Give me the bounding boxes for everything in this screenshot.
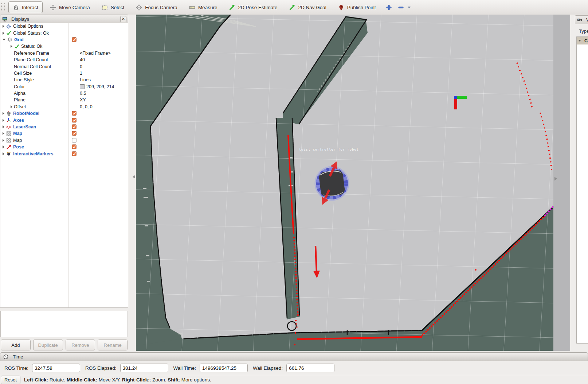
checkbox-checked-icon[interactable] <box>72 118 77 123</box>
expander-icon[interactable] <box>3 146 4 148</box>
display-row-global-status-ok[interactable]: Global Status: Ok <box>0 30 128 36</box>
collapse-right-arrow-icon[interactable] <box>554 177 557 181</box>
expander-icon[interactable] <box>3 119 4 122</box>
right-splitter[interactable] <box>553 15 570 351</box>
checkbox-unchecked-icon[interactable] <box>72 138 77 143</box>
close-icon[interactable]: ✕ <box>120 16 126 22</box>
display-row-value[interactable] <box>70 138 77 143</box>
display-row-value[interactable]: <Fixed Frame> <box>78 51 111 56</box>
display-row-value[interactable] <box>70 124 77 129</box>
display-row-value[interactable] <box>70 144 77 150</box>
display-row-value[interactable]: XY <box>78 97 86 102</box>
display-row-cell-size[interactable]: Cell Size1 <box>0 70 128 77</box>
left-splitter[interactable] <box>128 15 136 351</box>
display-row-map[interactable]: Map <box>0 130 128 137</box>
current-view-row[interactable]: Current View <box>577 37 588 44</box>
tool-measure[interactable]: Measure <box>185 1 222 13</box>
time-panel-header[interactable]: Time <box>0 352 588 361</box>
expander-icon[interactable] <box>3 25 4 28</box>
wall-time-input[interactable]: 1496938547.25 <box>200 364 248 372</box>
add-button[interactable]: Add <box>1 340 31 350</box>
property-value: 209; 209; 214 <box>86 84 114 89</box>
display-row-plane[interactable]: PlaneXY <box>0 97 128 103</box>
wall-elapsed-input[interactable]: 661.76 <box>286 364 334 372</box>
checkbox-checked-icon[interactable] <box>72 37 77 42</box>
expander-icon[interactable] <box>11 105 12 108</box>
tool-2d-pose-estimate[interactable]: 2D Pose Estimate <box>224 1 282 13</box>
displays-tree: Global OptionsGlobal Status: OkGridStatu… <box>0 23 128 308</box>
expander-icon[interactable] <box>3 39 5 40</box>
status-bar: Reset Left-Click: Rotate. Middle-Click: … <box>0 375 588 384</box>
display-row-value[interactable]: 0; 0; 0 <box>78 104 93 109</box>
display-row-robotmodel[interactable]: RobotModel <box>0 110 128 117</box>
display-row-axes[interactable]: Axes <box>0 117 128 123</box>
remove-button[interactable]: Remove <box>66 340 95 350</box>
checkbox-checked-icon[interactable] <box>72 151 77 156</box>
tool-add-tool-plus-icon[interactable] <box>383 1 395 13</box>
tool-move-camera[interactable]: Move Camera <box>46 1 94 13</box>
tool-interact[interactable]: Interact <box>8 1 43 13</box>
ros-time-input[interactable]: 3247.58 <box>32 364 80 372</box>
color-swatch[interactable] <box>80 84 85 89</box>
display-row-value[interactable] <box>70 111 77 116</box>
axes-icon <box>6 117 12 123</box>
checkbox-checked-icon[interactable] <box>72 131 77 136</box>
display-row-grid[interactable]: Grid <box>0 36 128 43</box>
display-row-plane-cell-count[interactable]: Plane Cell Count40 <box>0 57 128 63</box>
reset-button[interactable]: Reset <box>1 376 20 384</box>
wall-time-label: Wall Time: <box>173 365 196 371</box>
toolbar-drag-handle[interactable] <box>1 3 5 11</box>
display-row-value[interactable]: 40 <box>78 57 85 62</box>
remove-tool-minus-icon <box>398 4 404 11</box>
display-row-color[interactable]: Color209; 209; 214 <box>0 84 128 90</box>
display-row-interactivemarkers[interactable]: InteractiveMarkers <box>0 150 128 157</box>
tool-focus-camera[interactable]: Focus Camera <box>132 1 182 13</box>
display-row-value[interactable]: 0.5 <box>78 91 86 96</box>
display-row-value[interactable] <box>70 118 77 123</box>
display-row-value[interactable] <box>70 37 77 42</box>
chevron-down-icon[interactable] <box>408 7 411 8</box>
display-row-map[interactable]: Map <box>0 137 128 144</box>
expander-icon[interactable] <box>3 139 4 142</box>
display-row-value[interactable]: 0 <box>78 64 82 69</box>
3d-viewport[interactable]: twist controller for robot <box>136 15 553 351</box>
display-row-label: Alpha <box>14 91 26 96</box>
expander-icon[interactable] <box>3 112 4 115</box>
expander-icon[interactable] <box>578 40 581 42</box>
display-row-alpha[interactable]: Alpha0.5 <box>0 90 128 97</box>
display-row-value[interactable] <box>70 151 77 156</box>
views-panel-header[interactable]: Views <box>575 15 588 24</box>
duplicate-button[interactable]: Duplicate <box>33 340 63 350</box>
collapse-left-arrow-icon[interactable] <box>133 175 135 179</box>
tool-select[interactable]: Select <box>97 1 129 13</box>
displays-panel-header[interactable]: Displays ✕ <box>0 15 128 23</box>
display-row-value[interactable] <box>70 131 77 136</box>
display-row-reference-frame[interactable]: Reference Frame<Fixed Frame> <box>0 50 128 57</box>
display-row-line-style[interactable]: Line StyleLines <box>0 77 128 83</box>
checkbox-checked-icon[interactable] <box>72 124 77 129</box>
checkbox-checked-icon[interactable] <box>72 144 77 150</box>
display-row-global-options[interactable]: Global Options <box>0 23 128 30</box>
rename-button[interactable]: Rename <box>98 340 128 350</box>
map-icon <box>6 137 12 143</box>
display-row-value[interactable]: 1 <box>78 71 82 76</box>
display-row-pose[interactable]: Pose <box>0 144 128 150</box>
tool-2d-nav-goal[interactable]: 2D Nav Goal <box>285 1 330 13</box>
expander-icon[interactable] <box>11 45 12 48</box>
expander-icon[interactable] <box>3 152 4 155</box>
tool-remove-tool-minus-icon[interactable] <box>395 1 413 13</box>
display-row-offset[interactable]: Offset0; 0; 0 <box>0 104 128 110</box>
tool-publish-point[interactable]: Publish Point <box>334 1 380 13</box>
checkbox-checked-icon[interactable] <box>72 111 77 116</box>
display-row-value[interactable]: 209; 209; 214 <box>78 84 114 89</box>
display-row-status-ok[interactable]: Status: Ok <box>0 43 128 50</box>
expander-icon[interactable] <box>3 132 4 135</box>
display-row-value[interactable]: Lines <box>78 77 91 82</box>
ros-elapsed-input[interactable]: 381.24 <box>120 364 168 372</box>
expander-icon[interactable] <box>3 32 4 35</box>
expander-icon[interactable] <box>3 125 4 128</box>
display-row-normal-cell-count[interactable]: Normal Cell Count0 <box>0 63 128 70</box>
ros-time-label: ROS Time: <box>4 365 28 371</box>
display-row-label: Cell Size <box>14 71 32 76</box>
display-row-laserscan[interactable]: LaserScan <box>0 124 128 130</box>
